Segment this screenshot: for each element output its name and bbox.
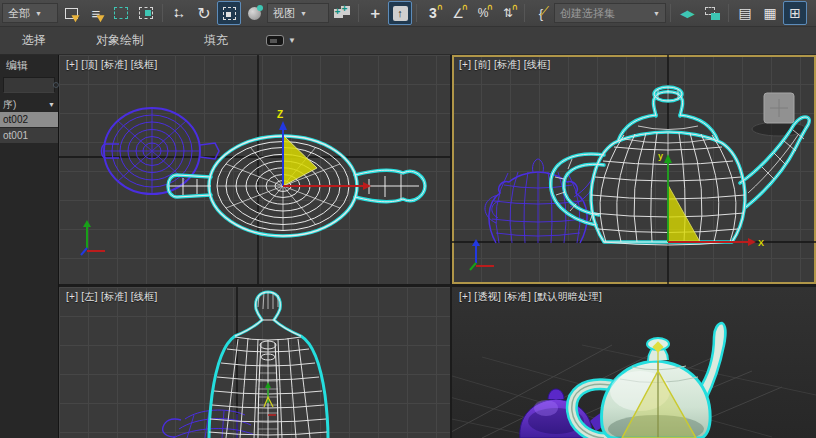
edit-named-selection-sets-button[interactable]: {╱	[529, 1, 553, 25]
chevron-down-icon: ▼	[653, 10, 660, 17]
reference-coordinate-dropdown[interactable]: 视图 ▼	[267, 3, 329, 23]
align-button[interactable]	[700, 1, 724, 25]
select-object-button[interactable]	[59, 1, 83, 25]
transform-gizmo[interactable]	[264, 382, 276, 415]
scale-icon	[223, 7, 236, 20]
select-and-manipulate-button[interactable]: ＋	[363, 1, 387, 25]
viewport-left-label[interactable]: [+] [左] [标准] [线框]	[66, 290, 158, 304]
viewport-grid: [+] [顶] [标准] [线框]	[59, 55, 816, 438]
window-crossing-icon	[139, 7, 153, 19]
keyboard-shortcut-override-button[interactable]: ↑	[388, 1, 412, 25]
sort-header-label: 序)	[3, 98, 16, 112]
list-item-teapot002[interactable]: ot002	[0, 112, 58, 127]
toolbar-separator	[358, 4, 359, 22]
select-and-place-button[interactable]	[242, 1, 266, 25]
mirror-icon: ◀▶	[680, 8, 693, 19]
scene-explorer-icon: ▦	[763, 5, 776, 21]
explorer-sort-header[interactable]: 序) ▼	[0, 97, 58, 112]
viewport-top-label[interactable]: [+] [顶] [标准] [线框]	[66, 58, 158, 72]
layer-manager-icon: ▤	[738, 5, 751, 21]
magnet-icon: ∪	[437, 3, 443, 12]
named-sets-icon: {╱	[539, 6, 543, 21]
mirror-button[interactable]: ◀▶	[675, 1, 699, 25]
teapot001-wireframe-front[interactable]	[485, 159, 594, 243]
named-selection-set-dropdown[interactable]: 创建选择集 ▼	[554, 3, 666, 23]
axis-tripod	[81, 220, 105, 255]
selection-region-icon	[114, 7, 128, 19]
viewport-perspective-label[interactable]: [+] [透视] [标准] [默认明暗处理]	[459, 290, 602, 304]
viewport-front[interactable]: [+] [前] [标准] [线框]	[452, 55, 816, 284]
place-icon	[248, 7, 261, 20]
world-axes	[452, 55, 816, 284]
chevron-down-icon: ▼	[35, 10, 42, 17]
magnet-icon: ∪	[512, 3, 518, 12]
ribbon-tab-bar: 选择 对象绘制 填充 ▼	[0, 27, 816, 55]
align-icon	[705, 7, 720, 20]
viewcube[interactable]	[752, 93, 806, 136]
teapot002-wireframe-left[interactable]	[209, 292, 327, 438]
spinner-snap-button[interactable]: ⇅ ∪	[496, 1, 520, 25]
gizmo-x-label: X	[758, 238, 764, 248]
pivot-center-icon	[334, 6, 351, 20]
use-pivot-point-center-button[interactable]	[330, 1, 354, 25]
rotate-icon: ↻	[197, 4, 210, 23]
coordinate-system-value: 视图	[273, 6, 295, 21]
selection-filter-value: 全部	[8, 6, 30, 21]
chevron-down-icon: ▼	[300, 10, 307, 17]
toolbar-separator	[162, 4, 163, 22]
tab-selection[interactable]: 选择	[12, 32, 56, 49]
ribbon-toggle-button[interactable]: ⊞	[783, 1, 807, 25]
chevron-down-icon: ▼	[48, 101, 55, 108]
tab-populate[interactable]: 填充	[194, 32, 238, 49]
select-and-rotate-button[interactable]: ↻	[192, 1, 216, 25]
viewport-top-canvas[interactable]: Z	[59, 55, 450, 284]
viewport-perspective-canvas[interactable]	[452, 287, 816, 438]
percent-snap-button[interactable]: % ∪	[471, 1, 495, 25]
angle-snap-button[interactable]: ∠ ∪	[446, 1, 470, 25]
snap-toggle-3d-button[interactable]: 3 ∪	[421, 1, 445, 25]
selection-set-placeholder: 创建选择集	[560, 6, 648, 21]
ribbon-state-icon	[266, 35, 284, 46]
select-by-name-button[interactable]: ≡	[84, 1, 108, 25]
viewport-front-label[interactable]: [+] [前] [标准] [线框]	[459, 58, 551, 72]
select-and-move-button[interactable]: ↔↔	[167, 1, 191, 25]
viewport-top[interactable]: [+] [顶] [标准] [线框]	[59, 55, 450, 284]
toolbar-separator	[670, 4, 671, 22]
scene-explorer-toggle-button[interactable]: ▦	[758, 1, 782, 25]
ribbon-toggle-icon: ⊞	[789, 5, 801, 21]
axis-tripod	[470, 239, 494, 270]
window-crossing-button[interactable]	[134, 1, 158, 25]
magnet-icon: ∪	[462, 3, 468, 12]
toolbar-separator	[728, 4, 729, 22]
magnet-icon: ∪	[487, 3, 493, 12]
toolbar-separator	[416, 4, 417, 22]
teapot001-wireframe-top[interactable]	[102, 108, 220, 194]
explorer-menu-edit[interactable]: 编辑	[0, 55, 58, 75]
list-item-teapot001[interactable]: ot001	[0, 128, 58, 143]
explorer-search-input[interactable]	[3, 77, 55, 93]
tab-object-paint[interactable]: 对象绘制	[86, 32, 154, 49]
viewport-front-canvas[interactable]: y X	[452, 55, 816, 284]
chevron-down-icon: ▼	[288, 36, 296, 45]
select-and-scale-button[interactable]	[217, 1, 241, 25]
scene-explorer-panel: 编辑 序) ▼ ot002 ot001	[0, 55, 59, 438]
viewport-left[interactable]: [+] [左] [标准] [线框]	[59, 287, 450, 438]
keyboard-override-icon: ↑	[393, 6, 408, 21]
ribbon-display-options[interactable]: ▼	[266, 35, 296, 46]
transform-gizmo[interactable]: y X	[658, 151, 764, 248]
viewport-perspective[interactable]: [+] [透视] [标准] [默认明暗处理]	[452, 287, 816, 438]
viewport-left-canvas[interactable]	[59, 287, 450, 438]
manipulate-icon: ＋	[368, 4, 383, 23]
snap-3d-icon: 3	[429, 5, 437, 21]
main-toolbar: 全部 ▼ ≡ ↔↔ ↻ 视图 ▼ ＋ ↑ 3 ∪	[0, 0, 816, 27]
layer-manager-button[interactable]: ▤	[733, 1, 757, 25]
gizmo-z-label: Z	[277, 109, 283, 120]
selection-filter-dropdown[interactable]: 全部 ▼	[2, 3, 58, 23]
cursor-icon	[71, 12, 81, 22]
rectangular-selection-region-button[interactable]	[109, 1, 133, 25]
gizmo-y-label: y	[658, 151, 663, 161]
move-icon: ↔↔	[171, 6, 187, 20]
toolbar-separator	[524, 4, 525, 22]
